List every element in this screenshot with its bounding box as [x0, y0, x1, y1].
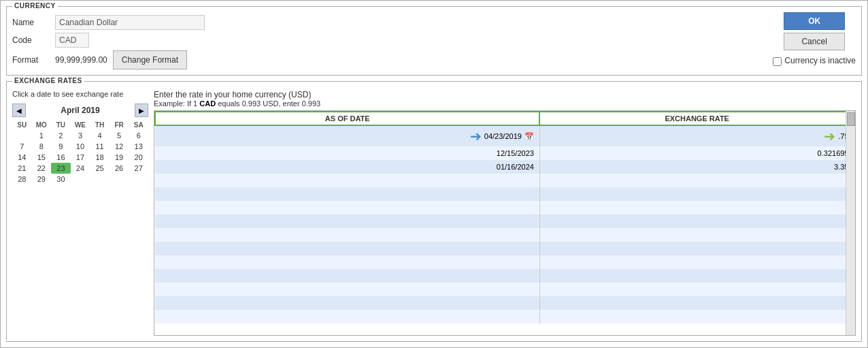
table-row[interactable]	[155, 310, 854, 323]
table-row[interactable]	[155, 283, 854, 296]
calendar-day[interactable]: 11	[90, 141, 110, 152]
calendar-icon[interactable]: 📅	[524, 132, 534, 141]
name-label: Name	[12, 18, 50, 27]
green-arrow-icon: ➔	[824, 128, 835, 144]
currency-section: CURRENCY Name Code Format 99,999,999.00 …	[6, 6, 862, 76]
rate-cell	[539, 255, 854, 269]
calendar-day[interactable]: 23	[51, 163, 71, 174]
calendar-day[interactable]: 17	[71, 152, 90, 163]
calendar-day[interactable]: 30	[51, 174, 71, 185]
calendar-day[interactable]: 26	[110, 163, 129, 174]
calendar-day[interactable]: 1	[32, 130, 52, 141]
table-row[interactable]	[155, 255, 854, 269]
table-row[interactable]	[155, 215, 854, 228]
rate-cell	[539, 174, 854, 187]
calendar-day[interactable]: 13	[129, 141, 148, 152]
change-format-button[interactable]: Change Format	[113, 50, 187, 69]
date-cell: 01/16/2024	[155, 160, 539, 174]
table-row[interactable]	[155, 296, 854, 310]
exchange-content: Click a date to see exchange rate ◀ Apri…	[12, 90, 856, 336]
calendar-day[interactable]: 14	[12, 152, 32, 163]
calendar-day[interactable]: 21	[12, 163, 32, 174]
name-input[interactable]	[55, 15, 205, 30]
code-row: Code	[12, 33, 205, 48]
blue-arrow-icon: ➔	[470, 128, 482, 144]
rate-cell	[539, 228, 854, 242]
calendar-day[interactable]: 12	[110, 141, 129, 152]
date-cell	[155, 310, 539, 323]
rate-cell	[539, 269, 854, 283]
calendar-day[interactable]: 6	[129, 130, 148, 141]
rate-cell: 3.35	[539, 160, 854, 174]
calendar-day[interactable]: 3	[71, 130, 90, 141]
calendar-day[interactable]: 9	[51, 141, 71, 152]
calendar-day[interactable]: 25	[90, 163, 110, 174]
exchange-section: EXCHANGE RATES Click a date to see excha…	[6, 81, 862, 342]
calendar-day[interactable]: 24	[71, 163, 90, 174]
date-cell	[155, 174, 539, 187]
table-row[interactable]	[155, 269, 854, 283]
scrollbar[interactable]	[846, 111, 855, 335]
table-row[interactable]	[155, 174, 854, 187]
calendar-day[interactable]: 15	[32, 152, 52, 163]
calendar-day[interactable]: 10	[71, 141, 90, 152]
calendar-day[interactable]: 4	[90, 130, 110, 141]
calendar-day	[71, 174, 90, 185]
format-label: Format	[12, 55, 50, 65]
exchange-section-label: EXCHANGE RATES	[12, 77, 84, 84]
calendar-grid: SUMOTUWETHFRSA 1234567891011121314151617…	[12, 120, 148, 185]
cal-day-header: SA	[129, 120, 148, 130]
calendar-day	[129, 174, 148, 185]
calendar-day[interactable]: 2	[51, 130, 71, 141]
ok-button[interactable]: OK	[784, 12, 845, 30]
calendar-day	[110, 174, 129, 185]
rate-cell	[539, 215, 854, 228]
calendar-day[interactable]: 16	[51, 152, 71, 163]
table-row[interactable]: 12/15/20230.321695	[155, 146, 854, 160]
calendar-day[interactable]: 20	[129, 152, 148, 163]
table-row[interactable]: ➔04/23/2019📅➔.75	[155, 125, 854, 146]
currency-fields: Name Code Format 99,999,999.00 Change Fo…	[12, 15, 205, 69]
currency-dialog: CURRENCY Name Code Format 99,999,999.00 …	[0, 0, 868, 348]
date-cell: 12/15/2023	[155, 146, 539, 160]
rate-cell	[539, 310, 854, 323]
rates-example: Example: If 1 CAD equals 0.993 USD, ente…	[154, 99, 856, 108]
rates-table-wrapper: AS OF DATE EXCHANGE RATE ➔04/23/2019📅➔.7…	[154, 110, 856, 336]
currency-inactive-checkbox[interactable]	[773, 57, 782, 66]
table-row[interactable]	[155, 201, 854, 215]
calendar-day[interactable]: 19	[110, 152, 129, 163]
calendar-next-button[interactable]: ▶	[135, 104, 148, 117]
cal-day-header: FR	[110, 120, 129, 130]
calendar-header: ◀ April 2019 ▶	[12, 104, 148, 117]
calendar-prev-button[interactable]: ◀	[12, 104, 26, 117]
rates-instruction-line1: Enter the rate in your home currency (US…	[154, 90, 856, 99]
calendar-day[interactable]: 7	[12, 141, 32, 152]
calendar-day[interactable]: 29	[32, 174, 52, 185]
code-input[interactable]	[55, 33, 89, 48]
calendar-day	[12, 130, 32, 141]
calendar-day[interactable]: 22	[32, 163, 52, 174]
table-row[interactable]: 01/16/20243.35	[155, 160, 854, 174]
calendar-month-year: April 2019	[61, 106, 99, 115]
table-row[interactable]	[155, 242, 854, 255]
rates-table: AS OF DATE EXCHANGE RATE ➔04/23/2019📅➔.7…	[154, 111, 855, 323]
table-row[interactable]	[155, 228, 854, 242]
date-cell	[155, 228, 539, 242]
calendar-day[interactable]: 5	[110, 130, 129, 141]
date-cell: ➔04/23/2019📅	[155, 125, 539, 146]
calendar-day[interactable]: 8	[32, 141, 52, 152]
cal-day-header: WE	[71, 120, 90, 130]
rates-panel: Enter the rate in your home currency (US…	[154, 90, 856, 336]
cal-day-header: MO	[32, 120, 52, 130]
rate-cell	[539, 187, 854, 201]
cancel-button[interactable]: Cancel	[784, 33, 845, 50]
calendar-day[interactable]: 18	[90, 152, 110, 163]
table-row[interactable]	[155, 187, 854, 201]
calendar-day[interactable]: 27	[129, 163, 148, 174]
scrollbar-thumb[interactable]	[847, 112, 855, 126]
calendar-panel: Click a date to see exchange rate ◀ Apri…	[12, 90, 148, 336]
col-date-header: AS OF DATE	[155, 112, 539, 125]
rates-example-cad: CAD	[199, 99, 216, 108]
currency-inactive-label: Currency is inactive	[784, 56, 856, 65]
calendar-day[interactable]: 28	[12, 174, 32, 185]
